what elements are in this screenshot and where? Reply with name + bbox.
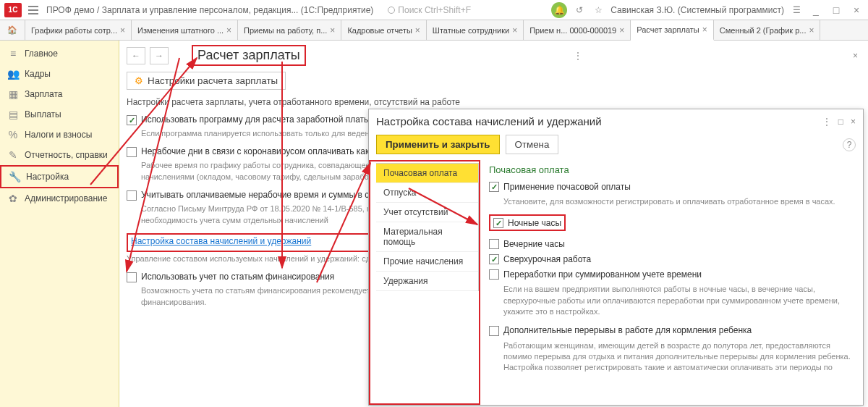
tab-item[interactable]: Приемы на работу, п...× bbox=[238, 20, 341, 40]
checkbox-icon[interactable] bbox=[489, 326, 499, 336]
dialog-nav-absence[interactable]: Учет отсутствий bbox=[376, 203, 478, 222]
sidebar-item-kadry[interactable]: 👥Кадры bbox=[0, 64, 119, 84]
checkbox-icon[interactable] bbox=[127, 115, 137, 125]
settings-salary-button[interactable]: ⚙Настройки расчета зарплаты bbox=[127, 72, 286, 90]
cancel-button[interactable]: Отмена bbox=[506, 135, 559, 154]
tabbar: 🏠 Графики работы сотр...× Изменения штат… bbox=[0, 20, 868, 41]
star-icon[interactable]: ☆ bbox=[592, 4, 605, 17]
checkbox-icon[interactable] bbox=[127, 147, 137, 157]
sidebar-item-nalogi[interactable]: %Налоги и взносы bbox=[0, 125, 119, 145]
sidebar-item-admin[interactable]: ✿Администрирование bbox=[0, 188, 119, 209]
gear-icon: ✿ bbox=[7, 193, 19, 204]
sidebar-item-zarplata[interactable]: ▦Зарплата bbox=[0, 84, 119, 104]
global-search[interactable]: Поиск Ctrl+Shift+F bbox=[388, 5, 471, 15]
dialog-nav: Почасовая оплата Отпуска Учет отсутствий… bbox=[376, 163, 479, 291]
dialog-section-title: Почасовая оплата bbox=[489, 164, 854, 175]
people-icon: 👥 bbox=[7, 68, 19, 80]
tab-close-icon[interactable]: × bbox=[702, 25, 707, 35]
history-icon[interactable]: ↺ bbox=[573, 4, 586, 17]
sidebar-item-otchet[interactable]: ✎Отчетность, справки bbox=[0, 145, 119, 165]
nav-back-button[interactable]: ← bbox=[127, 47, 145, 64]
search-icon bbox=[388, 7, 395, 14]
grid-icon: ▦ bbox=[7, 88, 19, 100]
bell-icon[interactable]: 🔔 bbox=[551, 2, 567, 18]
search-placeholder: Поиск Ctrl+Shift+F bbox=[398, 5, 471, 15]
dialog-close-icon[interactable]: × bbox=[851, 117, 856, 127]
checkbox-icon[interactable] bbox=[127, 190, 137, 201]
percent-icon: % bbox=[7, 129, 19, 140]
tab-close-icon[interactable]: × bbox=[120, 25, 125, 35]
checkbox-row[interactable]: Дополнительные перерывы в работе для кор… bbox=[489, 325, 854, 336]
home-icon: ≡ bbox=[7, 48, 19, 59]
nav-forward-button[interactable]: → bbox=[150, 47, 169, 64]
sidebar: ≡Главное 👥Кадры ▦Зарплата ▤Выплаты %Нало… bbox=[0, 41, 119, 407]
dialog-maximize-icon[interactable]: □ bbox=[838, 117, 843, 127]
tab-close-icon[interactable]: × bbox=[330, 25, 335, 35]
tab-item[interactable]: Сменный 2 (График р...× bbox=[714, 20, 821, 40]
tab-home[interactable]: 🏠 bbox=[0, 20, 25, 40]
checkbox-icon[interactable] bbox=[489, 182, 499, 192]
gear-icon: ⚙ bbox=[135, 75, 143, 86]
minimize-button[interactable]: _ bbox=[809, 3, 823, 17]
edit-icon: ✎ bbox=[7, 149, 19, 161]
checkbox-icon[interactable] bbox=[127, 272, 137, 282]
checkbox-icon[interactable] bbox=[493, 218, 503, 228]
logo-1c: 1C bbox=[4, 3, 22, 17]
checkbox-row[interactable]: Переработки при суммированном учете врем… bbox=[489, 269, 854, 280]
burger-menu-icon[interactable] bbox=[26, 3, 41, 17]
sidebar-item-vyplaty[interactable]: ▤Выплаты bbox=[0, 104, 119, 125]
composition-settings-link[interactable]: Настройка состава начислений и удержаний bbox=[131, 236, 311, 246]
tab-item[interactable]: Штатные сотрудники× bbox=[427, 20, 524, 40]
titlebar: 1C ПРОФ демо / Зарплата и управление пер… bbox=[0, 0, 868, 20]
dialog-nav-uderj[interactable]: Удержания bbox=[376, 272, 478, 291]
tab-close-icon[interactable]: × bbox=[415, 25, 420, 35]
maximize-button[interactable]: □ bbox=[829, 3, 843, 17]
help-text: Работающим женщинам, имеющим детей в воз… bbox=[503, 340, 854, 374]
page-title: Расчет зарплаты bbox=[192, 45, 306, 66]
checkbox-row[interactable]: Применение почасовой оплаты bbox=[489, 181, 854, 192]
more-icon[interactable]: ⋮ bbox=[571, 48, 585, 64]
tab-close-icon[interactable]: × bbox=[619, 25, 624, 35]
help-text: Если на вашем предприятии выполняются ра… bbox=[503, 284, 854, 317]
dialog-more-icon[interactable]: ⋮ bbox=[822, 117, 831, 127]
dialog-nav-otpuska[interactable]: Отпуска bbox=[376, 183, 478, 203]
help-text: Установите, для возможности регистрирова… bbox=[503, 196, 854, 207]
tab-close-icon[interactable]: × bbox=[512, 25, 517, 35]
apply-close-button[interactable]: Применить и закрыть bbox=[376, 135, 500, 154]
sidebar-item-main[interactable]: ≡Главное bbox=[0, 43, 119, 64]
close-icon[interactable]: × bbox=[850, 48, 861, 64]
dialog-title: Настройка состава начислений и удержаний bbox=[376, 115, 602, 127]
checkbox-icon[interactable] bbox=[489, 239, 499, 249]
tab-close-icon[interactable]: × bbox=[809, 25, 814, 35]
tab-item-active[interactable]: Расчет зарплаты× bbox=[631, 20, 714, 41]
list-icon: ▤ bbox=[7, 109, 19, 120]
tab-item[interactable]: Изменения штатного ...× bbox=[132, 20, 238, 40]
page-description: Настройки расчета зарплаты, учета отрабо… bbox=[127, 97, 861, 107]
dialog-nav-other[interactable]: Прочие начисления bbox=[376, 252, 478, 272]
checkbox-icon[interactable] bbox=[489, 254, 499, 264]
close-button[interactable]: × bbox=[849, 3, 864, 17]
checkbox-row[interactable]: Вечерние часы bbox=[489, 238, 854, 249]
tab-item[interactable]: Кадровые отчеты× bbox=[341, 20, 426, 40]
dialog-nav-matpom[interactable]: Материальная помощь bbox=[376, 222, 478, 252]
checkbox-icon[interactable] bbox=[489, 269, 499, 280]
tab-close-icon[interactable]: × bbox=[226, 25, 231, 35]
composition-dialog: Настройка состава начислений и удержаний… bbox=[368, 109, 864, 406]
tab-item[interactable]: Графики работы сотр...× bbox=[25, 20, 132, 40]
checkbox-row-night[interactable]: Ночные часы bbox=[489, 214, 566, 231]
dialog-content: Почасовая оплата Применение почасовой оп… bbox=[480, 160, 863, 405]
help-icon[interactable]: ? bbox=[843, 138, 856, 151]
sidebar-item-nastroika[interactable]: 🔧Настройка bbox=[0, 165, 119, 188]
checkbox-row[interactable]: Сверхурочная работа bbox=[489, 253, 854, 264]
app-title: ПРОФ демо / Зарплата и управление персон… bbox=[46, 5, 373, 15]
user-name[interactable]: Савинская З.Ю. (Системный программист) bbox=[610, 5, 784, 15]
panel-icon[interactable]: ☰ bbox=[790, 4, 803, 17]
tab-item[interactable]: Прием н... 0000-000019× bbox=[524, 20, 631, 40]
dialog-nav-hourly[interactable]: Почасовая оплата bbox=[376, 164, 478, 183]
wrench-icon: 🔧 bbox=[9, 171, 20, 182]
